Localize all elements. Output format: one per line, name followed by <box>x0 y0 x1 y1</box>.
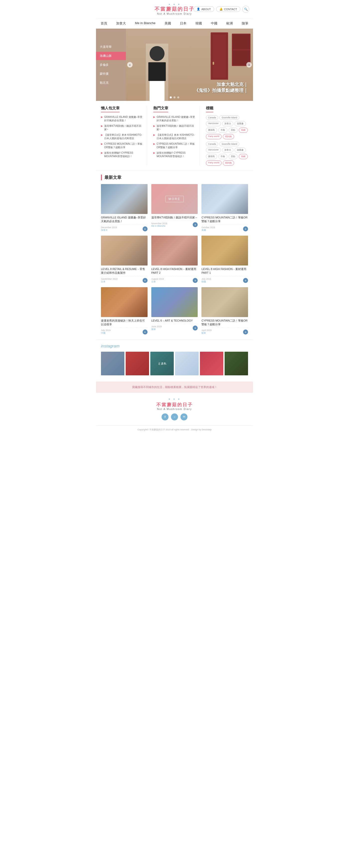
article-category-3: 美國 <box>201 229 215 232</box>
article-plus-2[interactable]: + <box>193 222 198 227</box>
article-plus-5[interactable]: + <box>193 278 198 283</box>
tag-sj-2[interactable]: 市集 <box>219 154 227 159</box>
nav-item-europe[interactable]: 歐洲 <box>222 20 237 27</box>
hero-menu-item-1[interactable]: 大溫哥華 <box>96 43 126 51</box>
tag-vancouver-2[interactable]: Vancouver <box>206 148 221 153</box>
article-plus-7[interactable]: + <box>143 330 148 335</box>
tag-granville-1[interactable]: Granville Island <box>220 115 239 120</box>
article-meta-4: September 2019 日本 + <box>101 276 148 283</box>
arrow-icon: ▶ <box>153 142 155 149</box>
search-button[interactable]: 🔍 <box>242 6 249 13</box>
three-col-section: 懶人包文章 ▶ GRANVILLE ISLAND 遊樂趣–享受好天氣的必去景點！… <box>96 101 253 171</box>
tag-da-2[interactable]: 加拿大 <box>222 148 233 153</box>
article-plus-6[interactable]: + <box>243 278 248 283</box>
footer-logo-english: Not A Mushroom Diary <box>101 408 248 410</box>
tag-yl-1[interactable]: 遊樂趣 <box>235 121 246 126</box>
nav-item-china[interactable]: 中國 <box>206 20 222 27</box>
tag-yd-1[interactable]: 圓環島 <box>206 127 217 133</box>
hero-prev-button[interactable]: ‹ <box>127 62 133 67</box>
list-item[interactable]: ▶ 溫哥華KTV唱到飽！聽說不唱不回家~ <box>153 124 196 131</box>
tag-jd-1[interactable]: 景點 <box>229 127 238 133</box>
article-card-2[interactable]: MORE 溫哥華KTV唱到飽！聽說不唱不回家～ November 2019 Me… <box>151 184 198 232</box>
article-card-3[interactable]: CYPRESS MOUNTAIN二訪！單板OR雙板？超酷分享 October 2… <box>201 184 248 232</box>
contact-button[interactable]: 🔔 CONTACT <box>216 6 240 12</box>
article-plus-3[interactable]: + <box>243 226 248 231</box>
tag-party-1[interactable]: Party world <box>206 134 222 139</box>
article-image-9 <box>201 287 248 317</box>
tag-sing-1[interactable]: 唱到飽 <box>223 134 234 139</box>
article-category-7: 中國 <box>101 332 111 335</box>
arrow-icon: ▶ <box>101 142 103 149</box>
arrow-icon: ▶ <box>153 124 155 131</box>
list-item[interactable]: ▶ GRANVILLE ISLAND 遊樂趣–享受好天氣的必去景點！ <box>101 115 143 122</box>
nav-item-home[interactable]: 首頁 <box>96 20 112 27</box>
article-date-6: July 2019 <box>201 278 211 280</box>
article-date-4: September 2019 <box>101 278 118 280</box>
article-category-6: 韓國 <box>201 280 211 283</box>
article-card-5[interactable]: LEVEL 8 HIGH FASHION－素材運用PART 2 August 2… <box>151 236 198 283</box>
list-item[interactable]: ▶ GRANVILLE ISLAND 遊樂趣–享受好天氣的必去景點！ <box>153 115 196 122</box>
social-email-icon[interactable]: ✉ <box>180 413 187 421</box>
hero-menu-item-3[interactable]: 多倫多 <box>96 61 126 69</box>
list-item[interactable]: ▶ 波客社初體驗!! CYPRESS MOUNTAIN滑雪場初訪！ <box>101 151 143 158</box>
article-plus-8[interactable]: + <box>193 326 198 331</box>
hero-menu-item-2[interactable]: 洛磯山脈 <box>96 52 126 60</box>
article-image-4 <box>101 236 148 266</box>
tag-sing-2[interactable]: 唱到飽 <box>223 160 234 166</box>
list-item[interactable]: ▶ CYPRESS MOUNTAIN二訪！單板OR雙板？超酷分享 <box>153 142 196 149</box>
tags-container: Canada Granville Island Vancouver 加拿大 遊樂… <box>206 115 248 166</box>
tag-granville-2[interactable]: Granville Island <box>220 142 239 146</box>
article-plus-4[interactable]: + <box>143 278 148 283</box>
tag-sj-1[interactable]: 市集 <box>219 127 227 133</box>
article-card-6[interactable]: LEVEL 8 HIGH FASHION－素材運用PART 1 July 201… <box>201 236 248 283</box>
tag-da-1[interactable]: 加拿大 <box>222 121 233 126</box>
tag-yl-2[interactable]: 遊樂趣 <box>235 148 246 153</box>
list-item[interactable]: ▶ CYPRESS MOUNTAIN二訪！單板OR雙板？超酷分享 <box>101 142 143 149</box>
social-instagram-icon[interactable]: ○ <box>171 413 178 421</box>
tag-canada-2[interactable]: Canada <box>206 142 219 146</box>
article-category-2: Me in Blanche <box>151 225 167 227</box>
hero-next-button[interactable]: › <box>246 62 252 67</box>
nav-item-japan[interactable]: 日本 <box>175 20 191 27</box>
nav-item-usa[interactable]: 美國 <box>160 20 175 27</box>
article-card-7[interactable]: 捷運老舊的浪漫秘訣！秋天上班也可以這樣享 July 2019 中國 + <box>101 287 148 335</box>
tag-vancouver-1[interactable]: Vancouver <box>206 121 221 126</box>
tag-canada-1[interactable]: Canada <box>206 115 219 120</box>
nav-item-korea[interactable]: 韓國 <box>191 20 206 27</box>
article-card-1[interactable]: GRANVILLE ISLAND 遊樂趣–享受好天氣的必去景點！ Decembe… <box>101 184 148 232</box>
hero-dot-3[interactable] <box>177 96 179 98</box>
article-plus-9[interactable]: + <box>243 330 248 335</box>
tag-yd-2[interactable]: 圓環島 <box>206 154 217 159</box>
list-item[interactable]: ▶ 【溫哥華日式】來本 KISHIMOTO-日本人開的道地日式料理店 <box>153 133 196 140</box>
social-facebook-icon[interactable]: f <box>162 413 169 421</box>
hero-dot-2[interactable] <box>174 96 175 98</box>
insta-image-3[interactable]: とまれ <box>150 352 174 375</box>
insta-image-6[interactable] <box>225 352 248 375</box>
nav-item-misc[interactable]: 隨筆 <box>237 20 253 27</box>
list-item[interactable]: ▶ 波客社初體驗!! CYPRESS MOUNTAIN滑雪場初訪！ <box>153 151 196 158</box>
nav-item-canada[interactable]: 加拿大 <box>112 20 130 27</box>
article-title-1: GRANVILLE ISLAND 遊樂趣–享受好天氣的必去景點！ <box>101 216 148 223</box>
insta-image-4[interactable] <box>175 352 198 375</box>
list-item[interactable]: ▶ 【溫哥華日式】來本 KISHIMOTO-日本人開的道地日式料理店 <box>101 133 143 140</box>
tag-hj-2[interactable]: 韓劇 <box>239 154 248 159</box>
article-card-4[interactable]: LEVEL 8 RETAIL & RESUME－零售業介紹和作品集製作 Sept… <box>101 236 148 283</box>
logo[interactable]: ✦ ✦ ✦ 不當蘑菇的日子 Not A Mushroom Diary <box>154 3 195 15</box>
hero-menu-item-4[interactable]: 蒙特婁 <box>96 70 126 78</box>
article-card-8[interactable]: LEVEL 6 – ART & TECHNOLOGY June 2019 隨筆 … <box>151 287 198 335</box>
about-button[interactable]: 👤 ABOUT <box>194 6 214 12</box>
article-plus-1[interactable]: + <box>143 226 148 231</box>
insta-image-5[interactable] <box>200 352 223 375</box>
hero-menu-item-5[interactable]: 魁北克 <box>96 79 126 87</box>
article-card-9[interactable]: CYPRESS MOUNTAIN二訪！單板OR雙板？超酷分享 April 201… <box>201 287 248 335</box>
hero-dot-1[interactable] <box>170 96 172 98</box>
insta-image-1[interactable] <box>101 352 124 375</box>
tag-jd-2[interactable]: 景點 <box>229 154 238 159</box>
insta-image-2[interactable] <box>126 352 149 375</box>
arrow-icon: ▶ <box>101 124 103 131</box>
tag-party-2[interactable]: Party world <box>206 160 222 166</box>
nav-item-meinblanche[interactable]: Me in Blanche <box>130 20 160 27</box>
tag-hj-1[interactable]: 韓劇 <box>239 127 248 133</box>
list-item[interactable]: ▶ 溫哥華KTV唱到飽！聽說不唱不回家~ <box>101 124 143 131</box>
instagram-grid: とまれ <box>101 352 248 375</box>
